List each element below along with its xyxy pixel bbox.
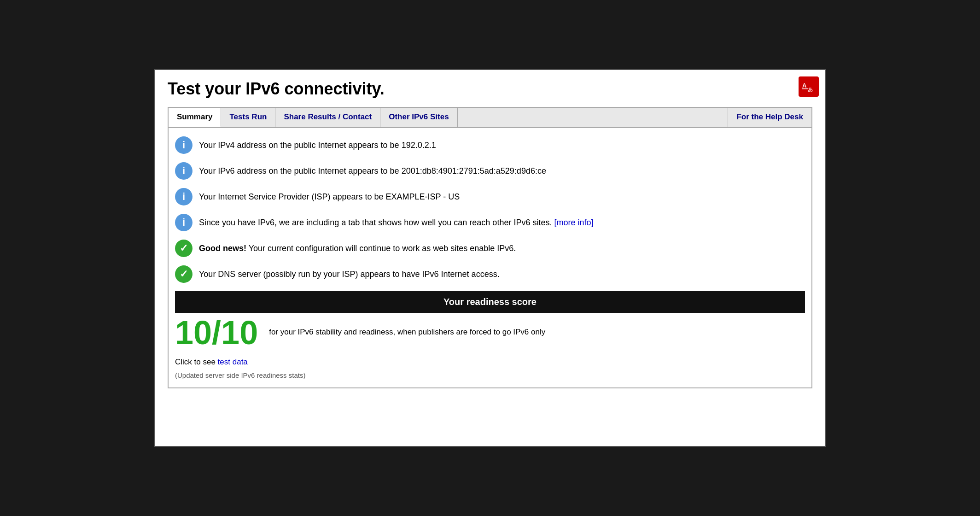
- info-text-tab-info-main: Since you have IPv6, we are including a …: [199, 218, 552, 227]
- more-info-link[interactable]: [more info]: [554, 218, 593, 227]
- good-news-bold: Good news!: [199, 244, 246, 253]
- check-icon-2: ✓: [175, 265, 192, 283]
- svg-text:あ: あ: [808, 87, 813, 92]
- info-icon-3: i: [175, 188, 192, 205]
- page-title: Test your IPv6 connectivity.: [168, 79, 812, 99]
- info-icon-2: i: [175, 162, 192, 180]
- info-row-tab-info: i Since you have IPv6, we are including …: [175, 214, 805, 231]
- info-icon-4: i: [175, 214, 192, 231]
- tab-tests-run[interactable]: Tests Run: [221, 108, 275, 127]
- score-description: for your IPv6 stability and readiness, w…: [269, 315, 545, 337]
- score-row: 10/10 for your IPv6 stability and readin…: [175, 315, 805, 351]
- info-icon-1: i: [175, 136, 192, 154]
- svg-rect-2: [802, 88, 808, 89]
- updated-note: (Updated server side IPv6 readiness stat…: [175, 371, 805, 379]
- check-icon-1: ✓: [175, 240, 192, 257]
- score-value: 10/10: [175, 315, 258, 351]
- test-data-prefix: Click to see: [175, 358, 218, 366]
- info-text-ipv4: Your IPv4 address on the public Internet…: [199, 136, 436, 152]
- test-data-link[interactable]: test data: [218, 358, 248, 366]
- check-row-dns: ✓ Your DNS server (possibly run by your …: [175, 265, 805, 283]
- check-row-good-news: ✓ Good news! Your current configuration …: [175, 240, 805, 257]
- check-text-dns: Your DNS server (possibly run by your IS…: [199, 265, 500, 281]
- tab-summary[interactable]: Summary: [169, 108, 221, 127]
- translate-icon[interactable]: A あ: [799, 76, 819, 97]
- test-data-row: Click to see test data: [175, 358, 805, 367]
- info-row-ipv6: i Your IPv6 address on the public Intern…: [175, 162, 805, 180]
- info-text-isp: Your Internet Service Provider (ISP) app…: [199, 188, 460, 203]
- tab-other-ipv6[interactable]: Other IPv6 Sites: [380, 108, 457, 127]
- tab-help-desk[interactable]: For the Help Desk: [728, 108, 811, 127]
- good-news-text: Your current configuration will continue…: [246, 244, 516, 253]
- tab-spacer: [458, 108, 728, 127]
- info-row-isp: i Your Internet Service Provider (ISP) a…: [175, 188, 805, 205]
- readiness-bar: Your readiness score: [175, 291, 805, 313]
- info-text-tab-info: Since you have IPv6, we are including a …: [199, 214, 594, 229]
- tab-bar: Summary Tests Run Share Results / Contac…: [168, 107, 812, 128]
- tab-share-results[interactable]: Share Results / Contact: [275, 108, 380, 127]
- content-area: i Your IPv4 address on the public Intern…: [168, 128, 812, 388]
- info-text-ipv6: Your IPv6 address on the public Internet…: [199, 162, 546, 177]
- info-row-ipv4: i Your IPv4 address on the public Intern…: [175, 136, 805, 154]
- check-text-good-news: Good news! Your current configuration wi…: [199, 240, 516, 255]
- main-window: A あ Test your IPv6 connectivity. Summary…: [154, 69, 826, 447]
- svg-text:A: A: [802, 82, 807, 89]
- readiness-bar-label: Your readiness score: [443, 297, 537, 307]
